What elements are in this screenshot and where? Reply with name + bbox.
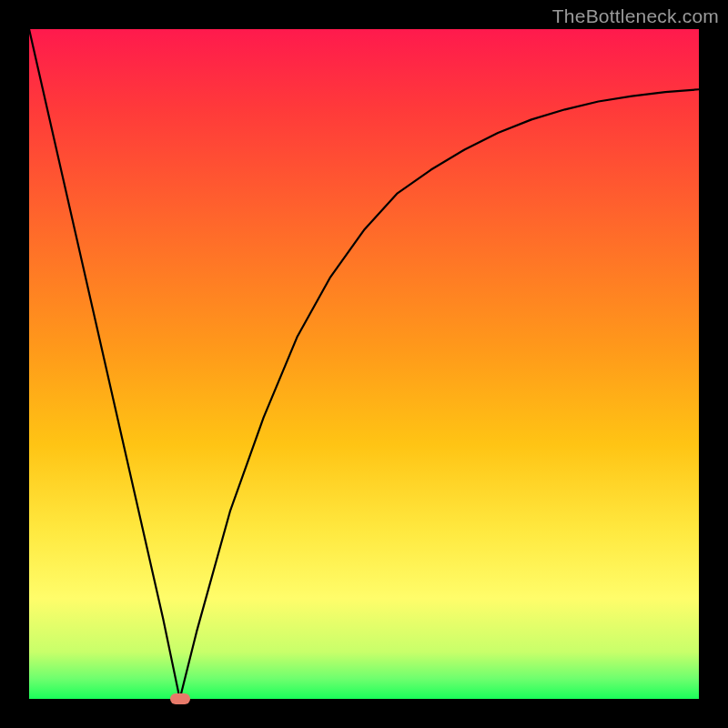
minimum-marker (170, 693, 190, 704)
bottleneck-curve (29, 29, 699, 699)
plot-area (29, 29, 699, 699)
watermark-text: TheBottleneck.com (552, 5, 719, 27)
chart-frame: TheBottleneck.com (0, 0, 728, 728)
